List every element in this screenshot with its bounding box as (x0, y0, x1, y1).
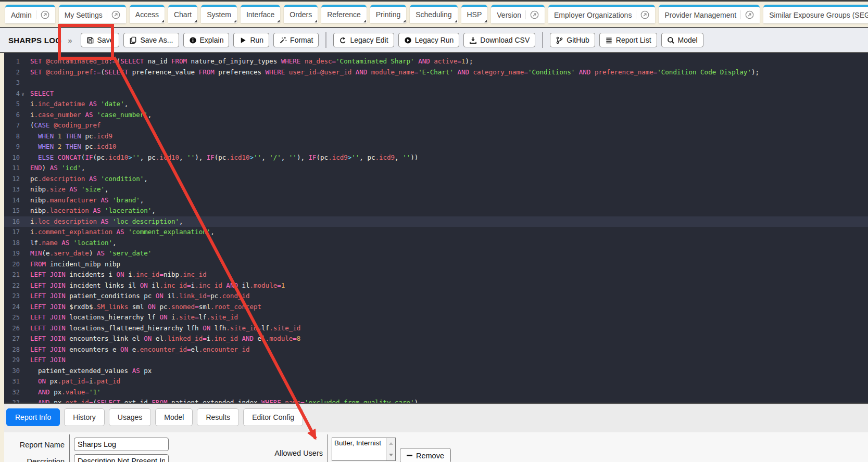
nav-tab-provider-management[interactable]: Provider Management (659, 5, 760, 23)
code-line-6[interactable]: 6i.case_number AS 'case_number', (4, 110, 868, 121)
code-line-28[interactable]: 28LEFT JOIN encounters e ON e.encounter_… (4, 344, 868, 355)
code-lines: 1SET @contaminated_id:=(SELECT na_id FRO… (4, 56, 868, 403)
remove-user-button[interactable]: Remove (400, 448, 451, 462)
code-line-4[interactable]: 4∨SELECT (4, 88, 868, 99)
format-button[interactable]: Format (273, 33, 319, 47)
button-label: Legacy Edit (350, 36, 388, 44)
save-button[interactable]: Save (81, 33, 120, 47)
external-link-icon[interactable] (636, 10, 649, 19)
code-line-20[interactable]: 20FROM incident_nibp nibp (4, 259, 868, 270)
code-line-9[interactable]: 9 WHEN 2 THEN pc.icd10 (4, 142, 868, 152)
github-button[interactable]: GitHub (550, 33, 595, 47)
code-line-26[interactable]: 26LEFT JOIN locations_flattened_hierarch… (4, 323, 868, 334)
code-line-11[interactable]: 11END) AS 'icd', (4, 163, 868, 174)
tab-history[interactable]: History (64, 408, 105, 426)
nav-tab-admin[interactable]: Admin (5, 5, 55, 23)
nav-tab-scheduling[interactable]: Scheduling (410, 5, 457, 23)
nav-tab-hsp[interactable]: HSP (461, 5, 488, 23)
fold-chevron-icon (20, 259, 26, 270)
tab-model[interactable]: Model (155, 408, 193, 426)
report-toolbar: SHARPS LOG » SaveSave As...ExplainRunFor… (0, 27, 868, 53)
code-line-2[interactable]: 2SET @coding_pref:=(SELECT preference_va… (4, 67, 868, 78)
external-link-icon[interactable] (36, 10, 49, 19)
code-line-12[interactable]: 12pc.description AS 'condition', (4, 174, 868, 185)
code-line-7[interactable]: 7(CASE @coding_pref (4, 120, 868, 131)
save-as-button[interactable]: Save As... (123, 33, 179, 47)
legacy-run-button[interactable]: Legacy Run (398, 33, 460, 47)
info-icon (189, 36, 197, 44)
code-text: nibp.size AS 'size', (30, 184, 109, 195)
code-line-10[interactable]: 10 ELSE CONCAT(IF(pc.icd10>'', pc.icd10,… (4, 152, 868, 163)
nav-tab-orders[interactable]: Orders (284, 5, 318, 23)
nav-tab-employer-organizations[interactable]: Employer Organizations (548, 5, 655, 23)
tab-report-info[interactable]: Report Info (6, 408, 60, 426)
line-number: 22 (4, 280, 20, 291)
dropdown-corner-icon (363, 20, 366, 22)
code-text: LEFT JOIN encounters_link el ON el.linke… (30, 333, 300, 344)
nav-tab-system[interactable]: System (201, 5, 237, 23)
code-text: (CASE @coding_pref (30, 120, 100, 131)
code-line-1[interactable]: 1SET @contaminated_id:=(SELECT na_id FRO… (4, 56, 868, 67)
tab-editor-config[interactable]: Editor Config (243, 408, 303, 426)
external-link-icon[interactable] (107, 10, 120, 19)
allowed-users-label: Allowed Users (259, 449, 323, 457)
nav-tab-chart[interactable]: Chart (168, 5, 197, 23)
code-line-23[interactable]: 23LEFT JOIN patient_conditions pc ON il.… (4, 291, 868, 302)
code-text: SET @coding_pref:=(SELECT preference_val… (30, 67, 759, 78)
nav-tab-similar-exposure-groups-segs[interactable]: Similar Exposure Groups (SEGs) (763, 5, 868, 23)
code-line-27[interactable]: 27LEFT JOIN encounters_link el ON el.lin… (4, 333, 868, 344)
line-number: 18 (4, 238, 20, 249)
code-text: LEFT JOIN encounters e ON e.encounter_id… (30, 344, 250, 355)
external-link-icon[interactable] (740, 10, 754, 19)
code-line-18[interactable]: 18lf.name AS 'location', (4, 238, 868, 249)
code-line-33[interactable]: 33 AND px.ext_id=(SELECT ext_id FROM pat… (4, 397, 868, 403)
external-link-icon[interactable] (525, 10, 539, 19)
code-line-8[interactable]: 8 WHEN 1 THEN pc.icd9 (4, 131, 868, 142)
tab-results[interactable]: Results (197, 408, 239, 426)
breadcrumb-chevron[interactable]: » (68, 36, 72, 45)
code-line-13[interactable]: 13nibp.size AS 'size', (4, 184, 868, 195)
code-line-14[interactable]: 14nibp.manufacturer AS 'brand', (4, 195, 868, 206)
code-line-24[interactable]: 24LEFT JOIN $rxdb$.SM_links sml ON pc.sn… (4, 302, 868, 313)
nav-tab-label: Admin (11, 11, 32, 19)
scroll-up-icon[interactable] (386, 438, 395, 450)
code-line-30[interactable]: 30 patient_extended_values AS px (4, 366, 868, 377)
code-line-3[interactable]: 3 (4, 78, 868, 88)
download-csv-button[interactable]: Download CSV (463, 33, 535, 47)
scroll-down-icon[interactable] (386, 450, 395, 461)
code-line-19[interactable]: 19MIN(e.serv_date) AS 'serv_date' (4, 248, 868, 259)
report-name-input[interactable] (74, 438, 169, 451)
code-line-31[interactable]: 31 ON px.pat_id=i.pat_id (4, 376, 868, 387)
legacy-edit-button[interactable]: Legacy Edit (333, 33, 394, 47)
allowed-users-listbox[interactable]: Butler, Internist (332, 438, 396, 461)
code-line-5[interactable]: 5i.inc_datetime AS 'date', (4, 99, 868, 110)
code-line-22[interactable]: 22LEFT JOIN incident_links il ON il.inc_… (4, 280, 868, 291)
explain-button[interactable]: Explain (183, 33, 230, 47)
code-text: lf.name AS 'location', (30, 238, 117, 249)
code-line-29[interactable]: 29LEFT JOIN (4, 355, 868, 366)
allowed-users-item[interactable]: Butler, Internist (334, 439, 386, 447)
nav-tab-interface[interactable]: Interface (241, 5, 280, 23)
fold-chevron-icon[interactable]: ∨ (20, 88, 26, 99)
model-button[interactable]: Model (661, 33, 703, 47)
fold-chevron-icon (20, 216, 26, 227)
nav-tab-printing[interactable]: Printing (370, 5, 406, 23)
nav-tab-label: HSP (467, 10, 482, 19)
nav-tab-version[interactable]: Version (491, 5, 545, 23)
nav-tab-reference[interactable]: Reference (321, 5, 367, 23)
tab-usages[interactable]: Usages (109, 408, 151, 426)
code-line-25[interactable]: 25LEFT JOIN locations_hierarchy lf ON i.… (4, 312, 868, 323)
code-line-32[interactable]: 32 AND px.value='1' (4, 387, 868, 398)
description-input[interactable] (74, 454, 169, 462)
run-button[interactable]: Run (233, 33, 269, 47)
code-line-16[interactable]: 16i.loc_description AS 'loc_description'… (4, 216, 868, 227)
nav-tab-access[interactable]: Access (130, 5, 165, 23)
dropdown-corner-icon (484, 20, 487, 22)
report-list-button[interactable]: Report List (599, 33, 657, 47)
sql-editor[interactable]: 1SET @contaminated_id:=(SELECT na_id FRO… (4, 53, 868, 403)
code-line-15[interactable]: 15nibp.laceration AS 'laceration', (4, 206, 868, 216)
fold-chevron-icon (20, 184, 26, 195)
code-line-17[interactable]: 17i.comment_explanation AS 'comment_expl… (4, 227, 868, 238)
nav-tab-my-settings[interactable]: My Settings (59, 5, 126, 23)
code-line-21[interactable]: 21LEFT JOIN incidents i ON i.inc_id=nibp… (4, 270, 868, 280)
